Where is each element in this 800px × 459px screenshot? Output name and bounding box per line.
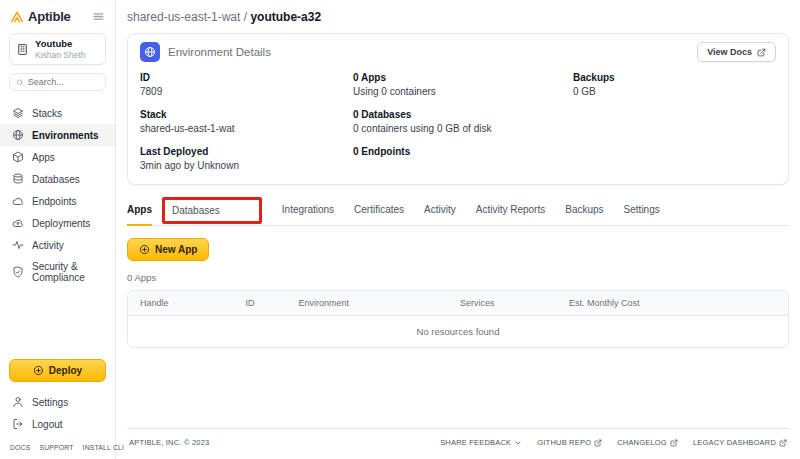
field-id: ID 7809: [140, 72, 353, 97]
sidebar-item-endpoints[interactable]: Endpoints: [0, 190, 115, 212]
main-content: shared-us-east-1-wat / youtube-a32 Envir…: [116, 0, 800, 459]
annotation-highlight-box: Databases: [162, 197, 262, 224]
sidebar-item-label: Environments: [32, 130, 99, 141]
plus-circle-icon: [33, 365, 44, 376]
field-endpoints-count: 0 Endpoints: [353, 146, 573, 163]
sidebar-item-label: Endpoints: [32, 196, 76, 207]
column-header-environment: Environment: [286, 291, 448, 315]
field-value: shared-us-east-1-wat: [140, 123, 353, 134]
sidebar-nav: Stacks Environments Apps Databases Endpo…: [0, 102, 115, 288]
search-icon: [16, 78, 24, 87]
globe-icon: [12, 129, 24, 141]
external-link-icon: [757, 48, 766, 57]
docs-link[interactable]: DOCS: [10, 444, 30, 451]
github-repo-link[interactable]: GITHUB REPO: [537, 438, 602, 447]
breadcrumb-separator: /: [240, 10, 250, 24]
support-link[interactable]: SUPPORT: [39, 444, 73, 451]
org-selector[interactable]: Youtube Kishan Sheth: [9, 33, 106, 65]
field-value: 3min ago by Unknown: [140, 160, 353, 171]
field-label: Last Deployed: [140, 146, 353, 157]
github-repo-label: GITHUB REPO: [537, 438, 591, 447]
breadcrumb-parent[interactable]: shared-us-east-1-wat: [127, 10, 240, 24]
cloud-upload-icon: [12, 217, 24, 229]
field-label: 0 Databases: [353, 109, 573, 120]
external-link-icon: [594, 439, 602, 447]
sidebar-search[interactable]: [9, 73, 106, 91]
environment-details-title: Environment Details: [168, 46, 271, 58]
share-feedback-link[interactable]: SHARE FEEDBACK: [440, 438, 522, 447]
cube-icon: [12, 151, 24, 163]
settings-label: Settings: [32, 397, 68, 408]
legacy-dashboard-label: LEGACY DASHBOARD: [693, 438, 776, 447]
changelog-link[interactable]: CHANGELOG: [617, 438, 678, 447]
column-header-id: ID: [234, 291, 287, 315]
org-name: Youtube: [35, 38, 86, 49]
sidebar-item-environments[interactable]: Environments: [0, 124, 115, 146]
sidebar-item-security-compliance[interactable]: Security & Compliance: [0, 256, 115, 288]
sidebar-item-databases[interactable]: Databases: [0, 168, 115, 190]
tab-bar: Apps Databases Integrations Certificates…: [127, 198, 789, 226]
field-value: [353, 160, 573, 163]
sidebar-item-logout[interactable]: Logout: [0, 413, 115, 435]
field-value: Using 0 containers: [353, 86, 573, 97]
copyright-text: APTIBLE, INC. © 2023: [129, 438, 209, 447]
logout-label: Logout: [32, 419, 63, 430]
sidebar-item-label: Activity: [32, 240, 64, 251]
cloud-icon: [12, 195, 24, 207]
tab-settings[interactable]: Settings: [624, 198, 660, 225]
environment-details-card: Environment Details View Docs ID 7809 St…: [127, 33, 789, 185]
tab-apps[interactable]: Apps: [127, 198, 152, 226]
field-label: 0 Endpoints: [353, 146, 573, 157]
sidebar-item-activity[interactable]: Activity: [0, 234, 115, 256]
footer-links: SHARE FEEDBACK GITHUB REPO CHANGELOG LEG…: [440, 438, 787, 447]
sidebar-spacer: [0, 288, 115, 359]
new-app-label: New App: [155, 244, 197, 255]
field-value: 7809: [140, 86, 353, 97]
deploy-label: Deploy: [49, 365, 82, 376]
org-user: Kishan Sheth: [35, 50, 86, 60]
tab-certificates[interactable]: Certificates: [354, 198, 404, 225]
tab-integrations[interactable]: Integrations: [282, 198, 334, 225]
page-footer: APTIBLE, INC. © 2023 SHARE FEEDBACK GITH…: [127, 428, 789, 459]
field-stack: Stack shared-us-east-1-wat: [140, 109, 353, 134]
tab-activity-reports[interactable]: Activity Reports: [476, 198, 545, 225]
field-label: Stack: [140, 109, 353, 120]
field-label: 0 Apps: [353, 72, 573, 83]
sidebar-item-deployments[interactable]: Deployments: [0, 212, 115, 234]
sidebar-item-settings[interactable]: Settings: [0, 391, 115, 413]
field-backups: Backups 0 GB: [573, 72, 776, 97]
logo-row: Aptible: [0, 9, 115, 24]
hamburger-menu-icon[interactable]: [92, 10, 105, 23]
breadcrumb-current: youtube-a32: [250, 10, 321, 24]
tab-activity[interactable]: Activity: [424, 198, 456, 225]
logo-text: Aptible: [28, 9, 71, 24]
external-link-icon: [670, 439, 678, 447]
tab-backups[interactable]: Backups: [565, 198, 603, 225]
column-header-est-monthly-cost: Est. Monthly Cost: [557, 291, 788, 315]
sidebar-item-label: Apps: [32, 152, 55, 163]
plus-circle-icon: [139, 244, 150, 255]
search-input[interactable]: [28, 77, 99, 87]
environment-details-header: Environment Details View Docs: [140, 42, 776, 62]
legacy-dashboard-link[interactable]: LEGACY DASHBOARD: [693, 438, 787, 447]
apps-table-header-row: Handle ID Environment Services Est. Mont…: [128, 291, 788, 316]
apps-count-label: 0 Apps: [127, 272, 789, 283]
field-value: 0 GB: [573, 86, 776, 97]
breadcrumb: shared-us-east-1-wat / youtube-a32: [127, 8, 789, 33]
tab-databases[interactable]: Databases: [172, 202, 220, 219]
deploy-button[interactable]: Deploy: [9, 359, 106, 382]
view-docs-label: View Docs: [707, 47, 752, 57]
column-header-handle: Handle: [128, 291, 234, 315]
sidebar: Aptible Youtube Kishan Sheth Stacks Envi…: [0, 0, 116, 459]
empty-state-message: No resources found: [128, 316, 788, 347]
view-docs-button[interactable]: View Docs: [697, 42, 776, 62]
sidebar-item-stacks[interactable]: Stacks: [0, 102, 115, 124]
field-apps-count: 0 Apps Using 0 containers: [353, 72, 573, 97]
environment-globe-icon: [140, 42, 160, 62]
sidebar-item-label: Databases: [32, 174, 80, 185]
sidebar-item-apps[interactable]: Apps: [0, 146, 115, 168]
field-last-deployed: Last Deployed 3min ago by Unknown: [140, 146, 353, 171]
new-app-button[interactable]: New App: [127, 238, 209, 261]
organization-icon: [16, 43, 29, 56]
person-icon: [12, 396, 24, 408]
